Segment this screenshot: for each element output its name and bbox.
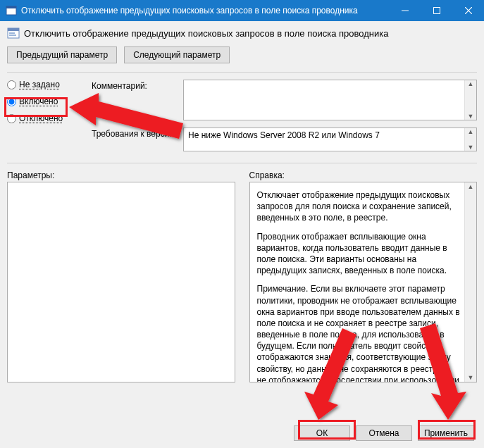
window-icon — [6, 5, 17, 16]
supported-textbox: Не ниже Windows Server 2008 R2 или Windo… — [183, 127, 477, 151]
scrollbar[interactable]: ▲▼ — [464, 182, 476, 382]
radio-disabled[interactable]: Отключено — [7, 113, 85, 123]
supported-value: Не ниже Windows Server 2008 R2 или Windo… — [188, 130, 380, 140]
separator — [7, 163, 477, 163]
policy-icon — [7, 27, 20, 39]
titlebar: Отключить отображение предыдущих поисков… — [0, 0, 484, 21]
radio-enabled-input[interactable] — [7, 97, 16, 106]
close-button[interactable] — [452, 0, 484, 21]
next-setting-button[interactable]: Следующий параметр — [124, 46, 230, 63]
apply-button[interactable]: Применить — [418, 425, 474, 441]
radio-disabled-label: Отключено — [19, 113, 63, 123]
minimize-button[interactable] — [389, 0, 421, 21]
dialog-content: Отключить отображение предыдущих поисков… — [0, 21, 484, 448]
radio-enabled[interactable]: Включено — [7, 97, 85, 106]
nav-buttons: Предыдущий параметр Следующий параметр — [7, 46, 477, 63]
comment-textbox[interactable]: ▲▼ — [183, 80, 477, 120]
help-p1: Отключает отображение предыдущих поисков… — [257, 189, 461, 224]
window-controls — [389, 0, 484, 21]
options-panel — [7, 182, 235, 382]
window-title: Отключить отображение предыдущих поисков… — [21, 6, 389, 15]
radio-enabled-label: Включено — [19, 97, 58, 106]
supported-label: Требования к версии: — [92, 127, 183, 139]
state-radios: Не задано Включено Отключено — [7, 80, 85, 158]
options-label: Параметры: — [7, 170, 235, 180]
svg-rect-9 — [9, 35, 16, 36]
dialog-buttons: ОК Отмена Применить — [294, 425, 474, 441]
cancel-button[interactable]: Отмена — [356, 425, 412, 441]
help-text: Отключает отображение предыдущих поисков… — [257, 189, 461, 382]
comment-label: Комментарий: — [92, 80, 183, 91]
help-p3: Примечание. Если вы включаете этот парам… — [257, 283, 461, 382]
maximize-button[interactable] — [421, 0, 452, 21]
ok-button[interactable]: ОК — [294, 425, 350, 441]
help-panel: Отключает отображение предыдущих поисков… — [249, 182, 478, 382]
help-p2: Проводник отображает всплывающие окна ва… — [257, 231, 461, 277]
policy-header: Отключить отображение предыдущих поисков… — [7, 27, 477, 39]
svg-rect-8 — [9, 32, 15, 34]
previous-setting-button[interactable]: Предыдущий параметр — [7, 46, 117, 63]
help-label: Справка: — [249, 170, 478, 180]
radio-not-configured-label: Не задано — [19, 80, 60, 89]
radio-not-configured[interactable]: Не задано — [7, 80, 85, 89]
svg-rect-7 — [8, 28, 19, 31]
radio-not-configured-input[interactable] — [7, 80, 16, 89]
svg-rect-1 — [6, 6, 16, 8]
scrollbar[interactable]: ▲▼ — [464, 80, 476, 120]
policy-title: Отключить отображение предыдущих поисков… — [24, 28, 388, 39]
scrollbar[interactable]: ▲▼ — [464, 128, 476, 151]
svg-rect-3 — [433, 8, 440, 14]
separator — [7, 72, 477, 73]
radio-disabled-input[interactable] — [7, 114, 16, 123]
